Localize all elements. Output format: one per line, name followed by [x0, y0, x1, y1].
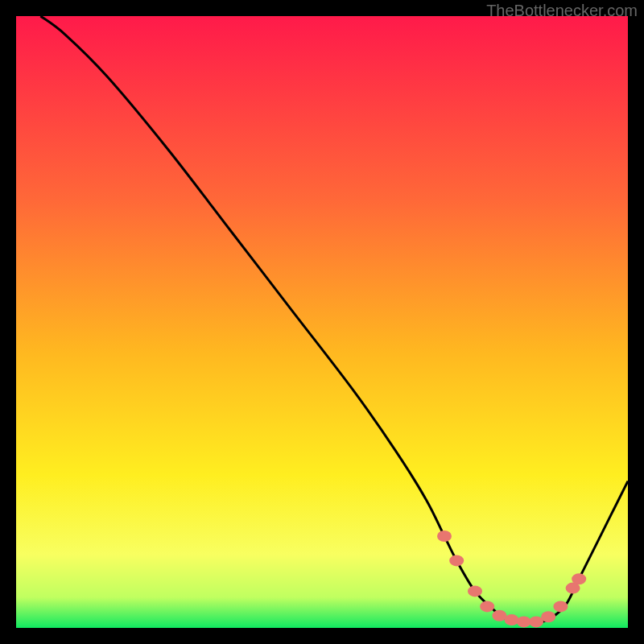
- marker-point: [449, 555, 464, 566]
- gradient-background: [16, 16, 628, 628]
- chart-frame: [16, 16, 628, 628]
- marker-point: [553, 601, 568, 612]
- marker-point: [572, 573, 586, 584]
- marker-point: [437, 530, 452, 542]
- marker-point: [541, 611, 555, 622]
- watermark-text: TheBottlenecker.com: [486, 2, 638, 20]
- marker-point: [529, 616, 543, 627]
- chart-svg: [16, 16, 628, 628]
- marker-point: [468, 585, 482, 597]
- marker-point: [480, 601, 494, 612]
- marker-point: [505, 614, 519, 625]
